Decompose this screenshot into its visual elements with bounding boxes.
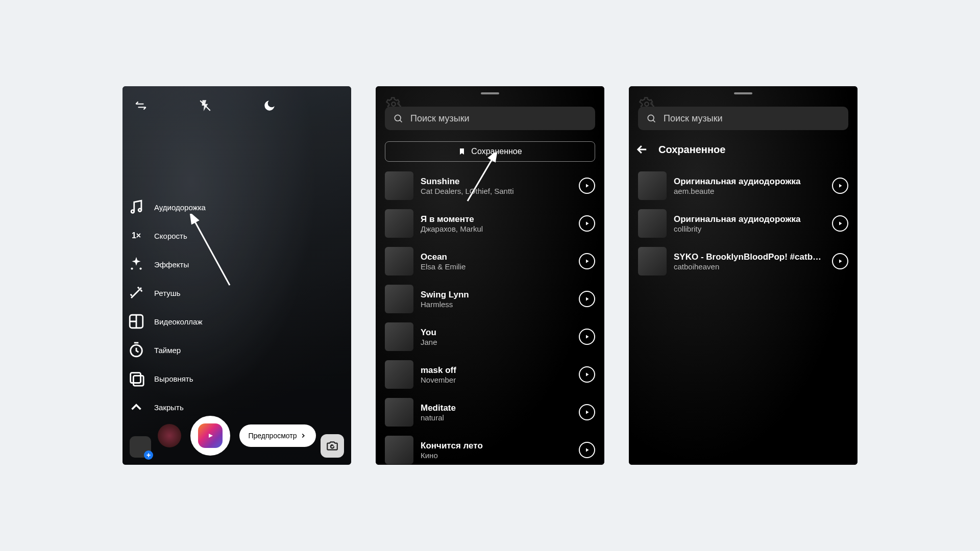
track-cover [385, 322, 413, 351]
phone-saved-music: Поиск музыки Сохраненное Оригинальная ау… [629, 86, 857, 465]
back-button[interactable] [635, 142, 649, 157]
bookmark-icon [458, 147, 466, 156]
play-button[interactable] [579, 215, 595, 232]
saved-header: Сохраненное [635, 142, 725, 157]
camera-topbar [122, 96, 351, 115]
track-row[interactable]: OceanElsa & Emilie [385, 244, 595, 278]
recent-effect-thumb[interactable] [158, 424, 181, 447]
music-search-input[interactable]: Поиск музыки [638, 107, 848, 130]
flash-off-icon[interactable] [196, 96, 214, 115]
sidebar-item-timer[interactable]: Таймер [128, 341, 206, 359]
play-icon [584, 258, 590, 264]
track-row[interactable]: Meditatenatural [385, 395, 595, 429]
music-search-input[interactable]: Поиск музыки [385, 107, 595, 130]
play-icon [584, 371, 590, 378]
track-meta: Swing LynnHarmless [421, 290, 572, 309]
preview-button[interactable]: Предпросмотр [239, 424, 316, 447]
svg-point-11 [395, 115, 401, 121]
track-row[interactable]: Оригинальная аудиодорожкаcollibrity [638, 207, 848, 240]
play-button[interactable] [579, 178, 595, 194]
svg-point-13 [645, 102, 649, 106]
track-artist: Harmless [421, 300, 572, 309]
night-mode-icon[interactable] [260, 96, 279, 115]
track-row[interactable]: mask offNovember [385, 358, 595, 391]
track-cover [385, 436, 413, 464]
swap-icon[interactable] [132, 96, 150, 115]
search-icon [646, 113, 656, 123]
track-meta: Кончится летоКино [421, 441, 572, 460]
track-list: Оригинальная аудиодорожкаaem.beauteОриги… [638, 169, 848, 278]
sidebar-item-label: Аудиодорожка [154, 203, 206, 212]
track-artist: November [421, 375, 572, 384]
track-artist: collibrity [674, 224, 825, 233]
track-cover [385, 209, 413, 238]
search-placeholder: Поиск музыки [410, 113, 470, 124]
track-row[interactable]: Оригинальная аудиодорожкаaem.beaute [638, 169, 848, 203]
track-artist: natural [421, 413, 572, 422]
play-button[interactable] [579, 404, 595, 420]
play-button[interactable] [579, 329, 595, 345]
sidebar-item-effects[interactable]: Эффекты [128, 256, 206, 273]
play-button[interactable] [832, 253, 848, 269]
track-list: SunshineCat Dealers, LOthief, SanttiЯ в … [385, 169, 595, 465]
track-row[interactable]: SYKO - BrooklynBloodPop! #catboiheavenca… [638, 244, 848, 278]
play-button[interactable] [579, 291, 595, 307]
svg-rect-7 [131, 373, 141, 383]
saved-button[interactable]: Сохраненное [385, 141, 595, 162]
track-meta: OceanElsa & Emilie [421, 252, 572, 271]
flip-camera-button[interactable] [321, 434, 344, 458]
reels-icon [198, 423, 223, 448]
track-row[interactable]: Swing LynnHarmless [385, 282, 595, 316]
track-row[interactable]: Я в моментеДжарахов, Markul [385, 207, 595, 240]
track-title: Я в моменте [421, 214, 572, 224]
play-icon [584, 409, 590, 415]
track-artist: Кино [421, 451, 572, 460]
play-button[interactable] [832, 178, 848, 194]
gallery-button[interactable]: + [130, 436, 151, 458]
track-row[interactable]: YouJane [385, 320, 595, 354]
play-icon [584, 220, 590, 227]
sidebar-item-close[interactable]: Закрыть [128, 398, 206, 416]
play-button[interactable] [579, 366, 595, 383]
plus-icon: + [144, 450, 153, 460]
saved-title: Сохраненное [658, 144, 725, 156]
play-button[interactable] [832, 215, 848, 232]
track-row[interactable]: SunshineCat Dealers, LOthief, Santti [385, 169, 595, 203]
sidebar-item-label: Выровнять [154, 374, 193, 383]
play-icon [584, 334, 590, 340]
sidebar-item-label: Эффекты [154, 260, 189, 269]
track-artist: Jane [421, 338, 572, 346]
svg-rect-8 [133, 375, 143, 386]
sheet-handle[interactable] [734, 92, 752, 94]
track-artist: Elsa & Emilie [421, 262, 572, 271]
sidebar-item-audio[interactable]: Аудиодорожка [128, 198, 206, 216]
play-button[interactable] [579, 442, 595, 458]
track-meta: YouJane [421, 328, 572, 346]
sidebar-item-label: Закрыть [154, 403, 184, 412]
sheet-handle[interactable] [481, 92, 499, 94]
shutter-button[interactable] [190, 416, 230, 456]
sidebar-item-label: Таймер [154, 346, 181, 355]
track-meta: Meditatenatural [421, 403, 572, 422]
wand-icon [128, 284, 145, 302]
sparkle-icon [128, 256, 145, 273]
track-title: Кончится лето [421, 441, 572, 451]
track-row[interactable]: Кончится летоКино [385, 433, 595, 465]
play-icon [837, 220, 843, 227]
play-button[interactable] [579, 253, 595, 269]
sidebar-item-align[interactable]: Выровнять [128, 370, 206, 387]
play-icon [584, 447, 590, 453]
sidebar-item-speed[interactable]: 1× Скорость [128, 227, 206, 244]
sidebar-item-label: Скорость [154, 232, 187, 240]
sidebar-item-collage[interactable]: Видеоколлаж [128, 313, 206, 330]
sidebar-item-retouch[interactable]: Ретушь [128, 284, 206, 302]
track-artist: Джарахов, Markul [421, 224, 572, 233]
track-meta: mask offNovember [421, 365, 572, 384]
speed-icon: 1× [128, 227, 145, 244]
track-artist: Cat Dealers, LOthief, Santti [421, 187, 572, 195]
sidebar-item-label: Видеоколлаж [154, 317, 202, 326]
track-meta: SunshineCat Dealers, LOthief, Santti [421, 177, 572, 195]
phone-reels-editor: Аудиодорожка 1× Скорость Эффекты Ретушь [122, 86, 351, 465]
track-title: Оригинальная аудиодорожка [674, 214, 825, 224]
track-title: You [421, 328, 572, 338]
